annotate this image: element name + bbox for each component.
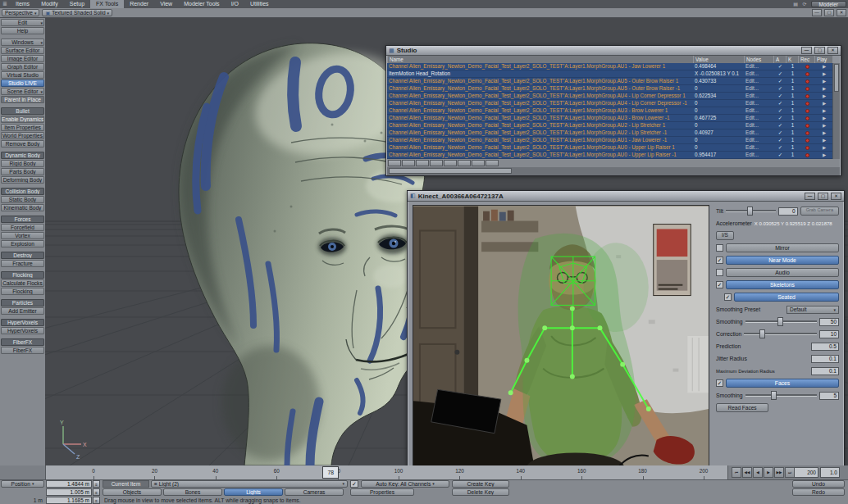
menu-tab-modeler-tools[interactable]: Modeler Tools <box>178 0 225 8</box>
slider-smoothing[interactable] <box>745 320 818 323</box>
record-toggle[interactable] <box>798 100 814 107</box>
toggle-faces[interactable]: Faces <box>726 379 839 388</box>
sidebar-item-hypervoxels[interactable]: HyperVoxels <box>1 327 44 334</box>
menu-tab-view[interactable]: View <box>154 0 178 8</box>
sidebar-item-virtual-studio[interactable]: Virtual Studio <box>1 71 44 79</box>
studio-tool-button[interactable] <box>416 160 429 166</box>
modeler-button[interactable]: Modeler <box>811 1 846 7</box>
studio-channel-row[interactable]: Channel Alien_Emissary_Newton_Demo_Facia… <box>387 144 832 152</box>
studio-column-name[interactable]: Name <box>387 56 693 63</box>
record-toggle[interactable] <box>798 93 814 99</box>
y-position-field[interactable]: 1.005 m <box>46 488 92 496</box>
channel-edit[interactable]: Edit... <box>744 107 773 114</box>
record-toggle[interactable] <box>798 115 814 121</box>
viewport-maximize-icon[interactable]: ▢ <box>824 9 834 16</box>
viewport-close-icon[interactable]: ✕ <box>837 9 846 16</box>
position-mode-dropdown[interactable]: Position ▾ <box>1 480 44 488</box>
studio-column-value[interactable]: Value <box>693 56 744 63</box>
sidebar-item-fracture[interactable]: Fracture <box>1 260 44 267</box>
field-correction[interactable]: 10 <box>819 330 839 338</box>
studio-channel-row[interactable]: Channel Alien_Emissary_Newton_Demo_Facia… <box>387 122 832 129</box>
layout-switch-icon[interactable]: ▤ <box>791 0 800 8</box>
slider-smoothing[interactable] <box>745 394 818 397</box>
button-grab-camera[interactable]: Grab Camera <box>800 207 839 216</box>
play-toggle[interactable]: ▶ <box>814 122 832 129</box>
current-item-dropdown[interactable]: ≡ Light (2) ▾ <box>151 480 348 488</box>
redo-button[interactable]: Redo <box>792 488 845 496</box>
channel-edit[interactable]: Edit... <box>744 78 773 84</box>
studio-tool-button[interactable] <box>402 160 415 166</box>
field-smoothing[interactable]: 5 <box>819 392 839 400</box>
studio-channel-row[interactable]: Channel Alien_Emissary_Newton_Demo_Facia… <box>387 93 832 100</box>
slider-thumb[interactable] <box>759 329 765 338</box>
studio-channel-row[interactable]: Channel Alien_Emissary_Newton_Demo_Facia… <box>387 129 832 137</box>
menu-tab-utilities[interactable]: Utilities <box>244 0 275 8</box>
z-position-field[interactable]: 1.1685 m <box>46 497 92 504</box>
sync-icon[interactable]: ⟳ <box>800 0 809 8</box>
menu-tab-render[interactable]: Render <box>124 0 154 8</box>
view-mode-dropdown[interactable]: Perspective ▾ <box>2 9 39 16</box>
y-mini-slider[interactable]: ≡ <box>93 488 100 496</box>
sidebar-item-calculate-flocks[interactable]: Calculate Flocks <box>1 279 44 287</box>
frame-ruler[interactable]: 020406080100120140160180200 <box>45 465 728 479</box>
next-key-button[interactable]: ▶▶ <box>774 467 784 478</box>
x-position-field[interactable]: 1.4844 m <box>46 480 92 488</box>
kinect-title-bar[interactable]: ◧ Kinect_A00366A06472137A — ▢ ✕ <box>408 191 844 202</box>
play-toggle[interactable]: ▶ <box>814 93 832 99</box>
item-type-cameras-button[interactable]: Cameras <box>285 488 344 496</box>
auto-key-checkbox[interactable]: ✓ <box>350 480 358 488</box>
create-key-button[interactable]: Create Key <box>452 480 509 488</box>
sidebar-item-surface-editor[interactable]: Surface Editor <box>1 47 44 54</box>
sidebar-item-static-body[interactable]: Static Body <box>1 196 44 203</box>
sidebar-item-help[interactable]: Help <box>1 27 44 34</box>
next-frame-button[interactable]: ▶ <box>764 467 773 478</box>
sidebar-item-deforming-body[interactable]: Deforming Body <box>1 176 44 184</box>
shading-mode-dropdown[interactable]: ▣ Textured Shaded Solid ▾ <box>42 9 112 16</box>
channel-edit[interactable]: Edit... <box>744 93 773 99</box>
delete-key-button[interactable]: Delete Key <box>452 488 509 496</box>
record-toggle[interactable] <box>798 63 814 70</box>
sidebar-item-studio-live[interactable]: Studio LIVE <box>1 79 44 87</box>
frame-scrubber[interactable]: 78 <box>322 466 339 479</box>
sidebar-item-world-properties[interactable]: World Properties <box>1 132 44 139</box>
checkbox-faces[interactable]: ✓ <box>716 379 723 387</box>
channel-edit[interactable]: Edit... <box>744 115 773 121</box>
toggle-mirror[interactable]: Mirror <box>726 243 839 252</box>
sidebar-item-flocking[interactable]: Flocking <box>1 288 44 295</box>
play-toggle[interactable]: ▶ <box>814 107 832 114</box>
dropdown-smoothing-preset[interactable]: Default▾ <box>786 306 839 314</box>
channel-edit[interactable]: Edit... <box>744 152 773 158</box>
sidebar-item-rigid-body[interactable]: Rigid Body <box>1 160 44 167</box>
prev-frame-button[interactable]: ◀ <box>753 467 763 478</box>
record-toggle[interactable] <box>798 122 814 129</box>
x-mini-slider[interactable]: ≡ <box>93 480 100 488</box>
menu-tab-items[interactable]: Items <box>10 0 35 8</box>
studio-channel-row[interactable]: Channel Alien_Emissary_Newton_Demo_Facia… <box>387 63 832 70</box>
studio-channel-row[interactable]: Channel Alien_Emissary_Newton_Demo_Facia… <box>387 100 832 107</box>
studio-tool-button[interactable] <box>486 160 499 166</box>
toggle-skeletons[interactable]: Skeletons <box>726 280 839 289</box>
sidebar-item-forcefield[interactable]: Forcefield <box>1 224 44 231</box>
play-toggle[interactable]: ▶ <box>814 63 832 70</box>
studio-channel-row[interactable]: Channel Alien_Emissary_Newton_Demo_Facia… <box>387 107 832 115</box>
studio-tool-button[interactable] <box>430 160 443 166</box>
play-toggle[interactable]: ▶ <box>814 129 832 136</box>
studio-column-a[interactable]: A <box>773 56 786 63</box>
studio-column-rec[interactable]: Rec <box>798 56 814 63</box>
slider-correction[interactable] <box>744 333 817 335</box>
play-toggle[interactable]: ▶ <box>814 78 832 84</box>
undo-button[interactable]: Undo <box>792 480 845 488</box>
sidebar-item-explosion[interactable]: Explosion <box>1 240 44 247</box>
record-toggle[interactable] <box>798 129 814 136</box>
play-toggle[interactable]: ▶ <box>814 70 832 77</box>
studio-channel-row[interactable]: Channel Alien_Emissary_Newton_Demo_Facia… <box>387 115 832 122</box>
channel-edit[interactable]: Edit... <box>744 129 773 136</box>
record-toggle[interactable] <box>798 137 814 143</box>
record-toggle[interactable] <box>798 85 814 92</box>
sidebar-item-item-properties[interactable]: Item Properties <box>1 124 44 131</box>
maximize-icon[interactable]: ▢ <box>818 193 828 200</box>
end-frame-field[interactable]: 200 <box>794 467 818 478</box>
channel-edit[interactable]: Edit... <box>744 63 773 70</box>
field-smoothing[interactable]: 50 <box>819 318 839 326</box>
sidebar-item-vortex[interactable]: Vortex <box>1 232 44 239</box>
